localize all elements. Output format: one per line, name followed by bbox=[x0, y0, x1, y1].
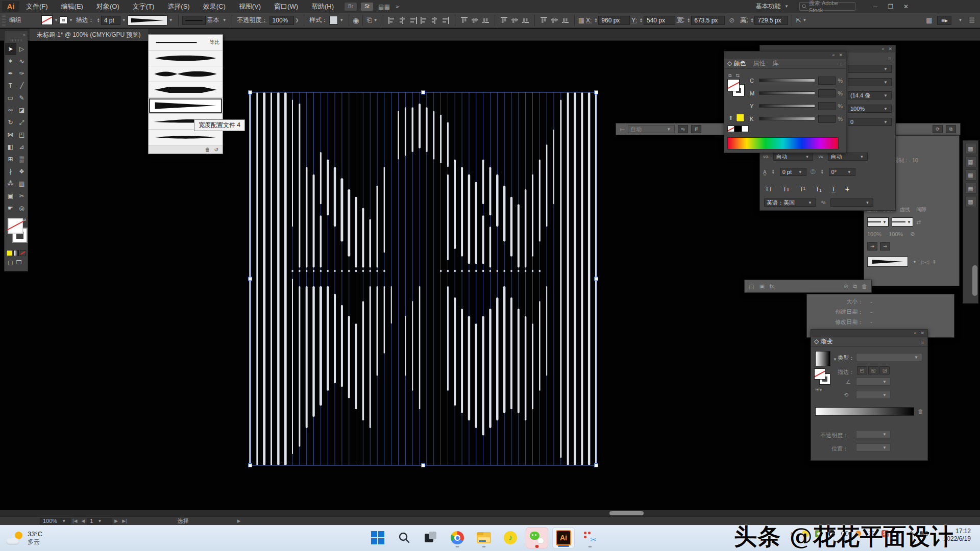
white-swatch[interactable] bbox=[742, 126, 749, 132]
tab-color[interactable]: ◇ 颜色 bbox=[727, 59, 746, 68]
paintbrush-tool[interactable]: ✎ bbox=[16, 92, 28, 104]
align-top-icon[interactable] bbox=[420, 16, 429, 24]
character-field-3[interactable]: 100%▼ bbox=[848, 105, 892, 113]
width-profile-option-width-profile-4[interactable] bbox=[149, 98, 223, 114]
dist-right-icon[interactable] bbox=[521, 16, 530, 24]
collapse-panel-icon[interactable]: « bbox=[23, 32, 26, 37]
weather-widget[interactable]: 33°C多云 bbox=[6, 530, 42, 546]
stroke-weight-chevron[interactable]: ▼ bbox=[122, 18, 126, 22]
isolate-icon[interactable]: ◉ bbox=[353, 16, 359, 24]
case-button-3[interactable]: T₁ bbox=[816, 186, 821, 193]
menu-list-icon[interactable]: ☰ bbox=[969, 16, 975, 24]
case-button-2[interactable]: T¹ bbox=[800, 186, 805, 193]
anti-alias-dropdown[interactable]: ▼ bbox=[830, 198, 873, 207]
opacity-value[interactable]: 100% bbox=[270, 16, 294, 25]
width-value[interactable]: 673.5 px bbox=[691, 16, 725, 25]
curvature-tool[interactable]: ✑ bbox=[16, 67, 28, 80]
restore-button[interactable]: ❐ bbox=[883, 0, 898, 13]
channel-slider-Y[interactable] bbox=[759, 104, 815, 108]
selected-artwork[interactable] bbox=[247, 89, 600, 469]
none-swatch[interactable] bbox=[727, 126, 734, 132]
x-label[interactable]: X: bbox=[586, 17, 592, 24]
bridge-badge[interactable]: Br bbox=[345, 3, 357, 11]
channel-value-C[interactable] bbox=[818, 77, 836, 85]
channel-slider-K[interactable] bbox=[759, 117, 815, 120]
gradient-aspect-dropdown[interactable]: ▼ bbox=[856, 391, 891, 399]
dist-center-h-icon[interactable] bbox=[510, 16, 519, 24]
menu-item-3[interactable]: 文字(T) bbox=[126, 0, 161, 13]
align-arrow-1-icon[interactable]: ⇥ bbox=[867, 242, 877, 251]
dist-left-icon[interactable] bbox=[500, 16, 508, 24]
selection-handle[interactable] bbox=[249, 91, 252, 94]
stroke-across-icon[interactable]: ◲ bbox=[879, 366, 890, 374]
arrowhead-start-dropdown[interactable]: ▼ bbox=[867, 217, 889, 227]
select-similar-chevron[interactable]: ▼ bbox=[803, 18, 807, 22]
character-field-1[interactable]: ▼ bbox=[848, 78, 892, 86]
collapse-icon[interactable]: « bbox=[832, 53, 835, 58]
artboards-icon[interactable]: ▦ bbox=[965, 196, 976, 207]
arrow-scale-end[interactable]: 100% bbox=[889, 231, 903, 237]
arrowhead-end-dropdown[interactable]: ▼ bbox=[892, 217, 913, 227]
stock-search-input[interactable]: 搜索 Adobe Stock bbox=[799, 2, 855, 11]
stock-badge[interactable]: St bbox=[361, 3, 373, 11]
dock-scrollbar[interactable] bbox=[972, 265, 977, 296]
shape-builder-tool[interactable]: ◧ bbox=[5, 141, 16, 153]
next-artboard-icon[interactable]: ▶ bbox=[114, 518, 118, 523]
stroke-width-auto-dropdown[interactable]: 自动▼ bbox=[628, 125, 675, 133]
slice-tool[interactable]: ✂ bbox=[16, 190, 28, 202]
height-label[interactable]: 高: bbox=[740, 16, 748, 24]
case-button-4[interactable]: T bbox=[831, 186, 835, 193]
panel-grip[interactable] bbox=[2, 15, 6, 26]
menu-item-0[interactable]: 文件(F) bbox=[19, 0, 55, 13]
panel-menu-icon[interactable]: ≡ bbox=[921, 339, 924, 345]
scale-tool[interactable]: ⤢ bbox=[16, 116, 28, 129]
gradient-tool[interactable]: ▒ bbox=[16, 153, 28, 165]
dist-middle-icon[interactable] bbox=[471, 16, 479, 24]
menu-item-5[interactable]: 效果(C) bbox=[197, 0, 232, 13]
style-chevron[interactable]: ▼ bbox=[339, 18, 344, 22]
magic-wand-tool[interactable]: ✶ bbox=[5, 55, 16, 67]
character-field-4[interactable]: 0▼ bbox=[848, 118, 892, 126]
y-label[interactable]: Y: bbox=[631, 17, 637, 24]
fill-chevron[interactable]: ▼ bbox=[54, 18, 58, 22]
artboard-number[interactable]: 1▼ bbox=[87, 518, 112, 524]
selection-handle[interactable] bbox=[249, 277, 252, 281]
copy-icon[interactable]: ⧉ bbox=[946, 125, 956, 133]
x-value[interactable]: 960 px bbox=[598, 16, 630, 25]
gradient-opacity-dropdown[interactable]: ▼ bbox=[856, 430, 891, 438]
arrange-documents-icon[interactable]: ▦ bbox=[926, 16, 932, 24]
reference-point-icon[interactable]: ▦ bbox=[578, 16, 584, 24]
workspace-chevron[interactable]: ▼ bbox=[958, 18, 962, 22]
stroke-weight-value[interactable]: 4 pt bbox=[101, 16, 120, 25]
stroke-stepper[interactable]: ▲▼ bbox=[97, 18, 100, 23]
type-tool[interactable]: T bbox=[5, 80, 16, 92]
channel-value-M[interactable] bbox=[818, 89, 836, 97]
duplicate-item-icon[interactable]: ⧉ bbox=[853, 283, 857, 290]
perspective-grid-tool[interactable]: ⊿ bbox=[16, 141, 28, 153]
taskbar-app-qq-music[interactable]: ♪ bbox=[499, 527, 522, 548]
char-rotation-field[interactable]: 0°▼ bbox=[829, 168, 855, 176]
close-icon[interactable]: ✕ bbox=[839, 53, 843, 58]
recolor-artwork-icon[interactable]: ⎗ bbox=[366, 16, 372, 24]
align-bottom-icon[interactable] bbox=[442, 16, 450, 24]
line-segment-tool[interactable]: ╱ bbox=[16, 80, 28, 92]
toolbar-grip[interactable] bbox=[5, 38, 28, 42]
color-button[interactable] bbox=[6, 250, 12, 256]
selection-handle[interactable] bbox=[595, 91, 598, 94]
language-dropdown[interactable]: 英语：美国▼ bbox=[764, 198, 816, 207]
swap-colors-icon[interactable]: ⇆ bbox=[736, 73, 740, 79]
align-arrow-2-icon[interactable]: ⇒ bbox=[880, 242, 890, 251]
width-tool[interactable]: ⋈ bbox=[5, 129, 16, 141]
black-swatch[interactable] bbox=[734, 126, 742, 132]
gradient-button[interactable] bbox=[13, 250, 19, 256]
stroke-within-icon[interactable]: ◰ bbox=[857, 366, 867, 374]
taskbar-app-chrome[interactable] bbox=[446, 527, 469, 548]
align-middle-icon[interactable] bbox=[431, 16, 439, 24]
taskbar-app-wechat[interactable] bbox=[526, 527, 548, 548]
dist-space-h-icon[interactable] bbox=[550, 16, 559, 24]
selection-handle[interactable] bbox=[595, 464, 598, 467]
pen-tool[interactable]: ✒ bbox=[5, 67, 16, 80]
workspace-icon[interactable]: ≡▸ bbox=[937, 16, 951, 25]
width-profile-option-uniform[interactable]: 等比 bbox=[149, 35, 223, 51]
gradient-angle-dropdown[interactable]: ▼ bbox=[856, 378, 891, 386]
